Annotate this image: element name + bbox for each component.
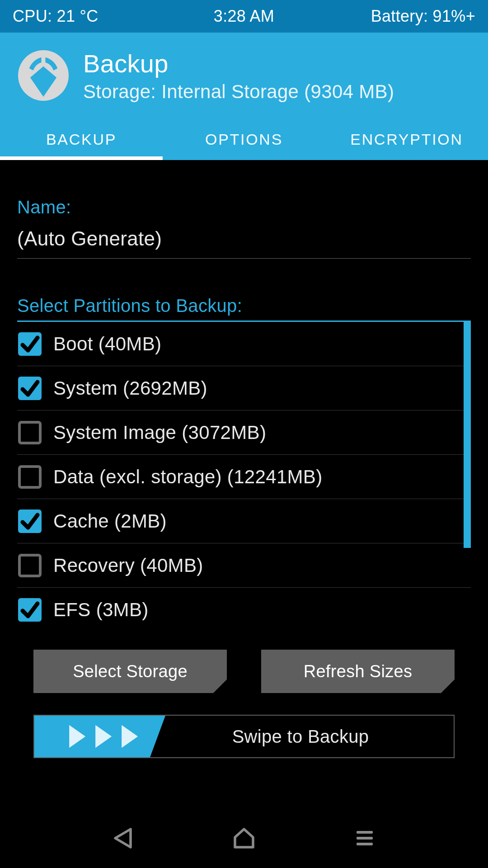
svg-rect-4 [19, 467, 40, 487]
status-bar: CPU: 21 °C 3:28 AM Battery: 91%+ [0, 0, 488, 33]
name-input[interactable]: (Auto Generate) [17, 227, 471, 259]
content-area: Name: (Auto Generate) Select Partitions … [0, 160, 488, 810]
tab-options[interactable]: OPTIONS [163, 118, 325, 160]
play-icon [117, 723, 141, 750]
tab-encryption[interactable]: ENCRYPTION [325, 118, 488, 160]
partition-label: Recovery (40MB) [53, 555, 203, 576]
play-icon [65, 723, 89, 750]
checkbox-unchecked-icon[interactable] [18, 465, 42, 489]
svg-rect-8 [357, 831, 373, 834]
partition-item[interactable]: System Image (3072MB) [17, 410, 471, 455]
partition-item[interactable]: Boot (40MB) [17, 322, 471, 366]
checkbox-checked-icon[interactable] [18, 377, 42, 400]
home-button[interactable] [230, 824, 258, 854]
select-storage-button[interactable]: Select Storage [33, 650, 227, 693]
partition-label: Boot (40MB) [53, 333, 161, 355]
tab-bar: BACKUP OPTIONS ENCRYPTION [0, 118, 488, 160]
home-icon [230, 824, 258, 853]
svg-rect-9 [357, 837, 373, 840]
swipe-to-backup-slider[interactable]: Swipe to Backup [33, 715, 455, 758]
checkbox-checked-icon[interactable] [18, 332, 42, 356]
swipe-handle[interactable] [34, 716, 165, 757]
partition-list: Boot (40MB)System (2692MB)System Image (… [17, 321, 471, 627]
storage-subtitle: Storage: Internal Storage (9304 MB) [83, 81, 394, 103]
tab-backup[interactable]: BACKUP [0, 118, 163, 160]
scrollbar[interactable] [464, 322, 471, 627]
refresh-sizes-button[interactable]: Refresh Sizes [261, 650, 455, 693]
partitions-heading: Select Partitions to Backup: [17, 296, 471, 316]
svg-rect-6 [19, 555, 40, 576]
cpu-temp-readout: CPU: 21 °C [13, 7, 167, 26]
system-nav-bar [0, 810, 488, 868]
name-field-label: Name: [17, 197, 471, 217]
checkbox-checked-icon[interactable] [18, 598, 42, 622]
svg-rect-3 [19, 422, 40, 443]
checkbox-checked-icon[interactable] [18, 509, 42, 533]
back-button[interactable] [109, 824, 138, 854]
partition-item[interactable]: EFS (3MB) [17, 588, 471, 627]
page-title: Backup [83, 49, 394, 78]
svg-rect-10 [357, 843, 373, 845]
battery-readout: Battery: 91%+ [321, 7, 475, 26]
partition-label: Cache (2MB) [53, 510, 167, 532]
partition-label: Data (excl. storage) (12241MB) [53, 466, 323, 488]
partition-item[interactable]: Data (excl. storage) (12241MB) [17, 455, 471, 499]
scrollbar-thumb[interactable] [464, 322, 471, 548]
partition-label: EFS (3MB) [53, 599, 149, 621]
app-header: Backup Storage: Internal Storage (9304 M… [0, 33, 488, 160]
partition-label: System Image (3072MB) [53, 422, 266, 443]
checkbox-unchecked-icon[interactable] [18, 421, 42, 444]
menu-icon [350, 824, 379, 853]
clock: 3:28 AM [167, 7, 321, 26]
recents-button[interactable] [350, 824, 379, 854]
play-icon [91, 723, 115, 750]
partition-item[interactable]: System (2692MB) [17, 366, 471, 410]
partition-item[interactable]: Recovery (40MB) [17, 543, 471, 588]
checkbox-unchecked-icon[interactable] [18, 554, 42, 577]
swipe-label: Swipe to Backup [165, 726, 454, 747]
partition-item[interactable]: Cache (2MB) [17, 499, 471, 543]
back-icon [109, 824, 138, 853]
twrp-logo-icon [18, 50, 69, 101]
partition-label: System (2692MB) [53, 377, 207, 399]
